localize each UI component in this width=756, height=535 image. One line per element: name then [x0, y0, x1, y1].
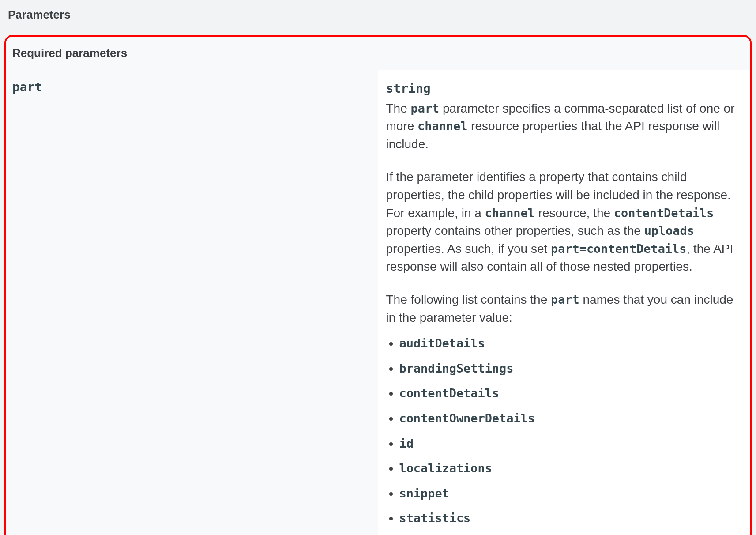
text: property contains other properties, such… — [386, 224, 644, 237]
param-type-code: string — [386, 81, 431, 96]
parameters-header: Parameters — [0, 0, 756, 35]
part-name-code: contentDetails — [399, 386, 500, 400]
code-channel: channel — [417, 119, 467, 133]
code-part: part — [551, 293, 579, 306]
param-description-cell: string The part parameter specifies a co… — [378, 70, 750, 535]
required-parameters-header: Required parameters — [6, 37, 750, 70]
list-item: localizations — [399, 456, 742, 481]
list-item: contentOwnerDetails — [399, 406, 742, 431]
code-part: part — [411, 102, 440, 115]
part-name-code: brandingSettings — [399, 362, 514, 375]
code-uploads: uploads — [644, 224, 694, 237]
parameters-table: Required parameters part string The part… — [6, 37, 750, 535]
list-item: status — [399, 531, 742, 535]
text: The — [386, 102, 411, 115]
highlighted-section: Required parameters part string The part… — [4, 35, 752, 535]
table-row: part string The part parameter specifies… — [6, 70, 750, 535]
text: properties. As such, if you set — [386, 242, 551, 256]
text: The following list contains the — [386, 293, 551, 306]
param-desc-p1: The part parameter specifies a comma-sep… — [386, 100, 742, 154]
part-name-code: statistics — [399, 511, 471, 525]
param-name: part — [12, 80, 42, 94]
code-channel: channel — [485, 206, 535, 220]
list-item: brandingSettings — [399, 356, 742, 381]
list-item: id — [399, 431, 742, 456]
page: Parameters Required parameters part stri… — [0, 0, 756, 535]
part-names-list: auditDetails brandingSettings contentDet… — [386, 331, 742, 535]
part-name-code: snippet — [399, 486, 449, 500]
list-item: auditDetails — [399, 331, 742, 356]
param-name-cell: part — [6, 70, 378, 535]
param-desc-p2: If the parameter identifies a property t… — [386, 168, 742, 276]
part-name-code: localizations — [399, 461, 492, 475]
code-contentdetails: contentDetails — [614, 206, 714, 220]
list-item: statistics — [399, 506, 742, 531]
param-desc-p3: The following list contains the part nam… — [386, 291, 742, 327]
list-item: snippet — [399, 481, 742, 506]
param-type: string — [386, 80, 742, 98]
list-item: contentDetails — [399, 381, 742, 406]
part-name-code: id — [399, 437, 414, 450]
code-part-eq: part=contentDetails — [551, 242, 686, 256]
part-name-code: contentOwnerDetails — [399, 411, 535, 425]
part-name-code: auditDetails — [399, 336, 485, 350]
text: resource, the — [535, 206, 614, 220]
